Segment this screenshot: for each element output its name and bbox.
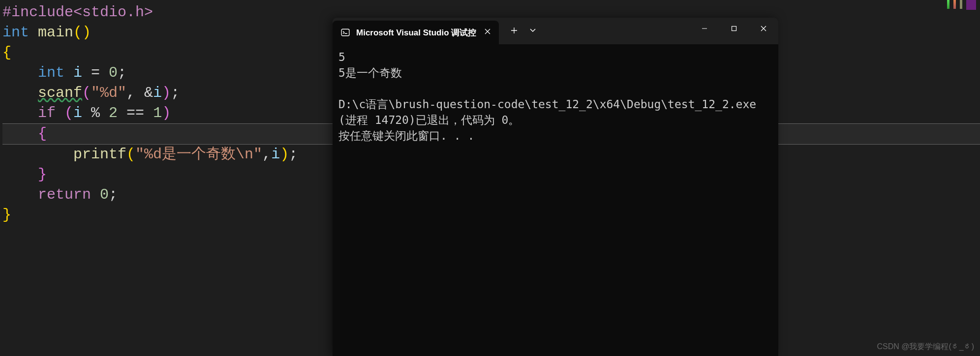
open-paren: ( <box>82 85 91 101</box>
semicolon: ; <box>289 146 298 163</box>
terminal-titlebar[interactable]: Microsoft Visual Studio 调试控 <box>333 18 778 44</box>
status-bar-icon <box>947 0 949 9</box>
number-literal: 0 <box>100 186 109 203</box>
status-bar-icon <box>953 0 956 9</box>
indent <box>2 146 73 163</box>
close-paren: ) <box>162 85 171 101</box>
preprocessor-directive: #include <box>2 4 73 21</box>
operator: % <box>82 105 109 121</box>
indent <box>2 105 38 121</box>
close-brace: } <box>38 166 47 183</box>
terminal-icon <box>340 28 350 37</box>
comma: , <box>262 146 271 163</box>
semicolon: ; <box>118 64 126 81</box>
window-controls <box>690 18 778 39</box>
terminal-tab-title: Microsoft Visual Studio 调试控 <box>356 27 476 38</box>
indent <box>2 125 38 142</box>
variable: i <box>73 105 82 121</box>
svg-rect-1 <box>732 27 736 31</box>
semicolon: ; <box>109 186 118 203</box>
number-literal: 2 <box>109 105 118 121</box>
operator: == <box>118 105 153 121</box>
function-call: printf <box>73 146 126 163</box>
indent <box>2 166 38 183</box>
operator: = <box>91 64 109 81</box>
space <box>91 186 100 203</box>
close-paren: ) <box>162 105 171 121</box>
variable: i <box>64 64 91 81</box>
watermark: CSDN @我要学编程(ಥ_ಥ) <box>877 342 974 352</box>
paren-pair: () <box>73 24 91 41</box>
minimize-button[interactable] <box>690 18 719 39</box>
include-header: <stdio.h> <box>73 4 153 21</box>
close-paren: ) <box>280 146 289 163</box>
number-literal: 1 <box>153 105 162 121</box>
terminal-output[interactable]: 5 5是一个奇数 D:\c语言\brush-question-code\test… <box>333 44 778 148</box>
status-bar-icon <box>960 0 962 9</box>
semicolon: ; <box>171 85 180 101</box>
space <box>56 105 64 121</box>
terminal-tab[interactable]: Microsoft Visual Studio 调试控 <box>333 21 499 44</box>
close-tab-button[interactable] <box>482 26 493 39</box>
function-name: main <box>38 24 73 41</box>
svg-rect-0 <box>341 29 349 36</box>
open-paren: ( <box>126 146 135 163</box>
terminal-window: Microsoft Visual Studio 调试控 5 5是一个奇数 D:\… <box>333 18 778 356</box>
visual-studio-icon <box>966 0 976 10</box>
type-keyword: int <box>38 64 64 81</box>
close-brace: } <box>2 207 11 223</box>
close-window-button[interactable] <box>749 18 778 39</box>
open-paren: ( <box>64 105 73 121</box>
variable: i <box>271 146 280 163</box>
type-keyword: int <box>2 24 38 41</box>
indent <box>2 85 38 101</box>
indent <box>2 64 38 81</box>
variable: i <box>153 85 162 101</box>
string-literal: "%d是一个奇数\n" <box>135 146 262 163</box>
maximize-button[interactable] <box>719 18 749 39</box>
editor-toolbar-icons <box>947 0 976 12</box>
return-keyword: return <box>38 186 91 203</box>
tab-dropdown-button[interactable] <box>525 27 540 35</box>
string-literal: "%d" <box>91 85 126 101</box>
number-literal: 0 <box>109 64 118 81</box>
open-brace: { <box>2 44 11 61</box>
new-tab-button[interactable] <box>503 26 525 37</box>
if-keyword: if <box>38 105 56 121</box>
open-brace: { <box>38 125 47 142</box>
indent <box>2 186 38 203</box>
comma: , <box>126 85 144 101</box>
address-op: & <box>144 85 153 101</box>
function-call: scanf <box>38 85 82 101</box>
